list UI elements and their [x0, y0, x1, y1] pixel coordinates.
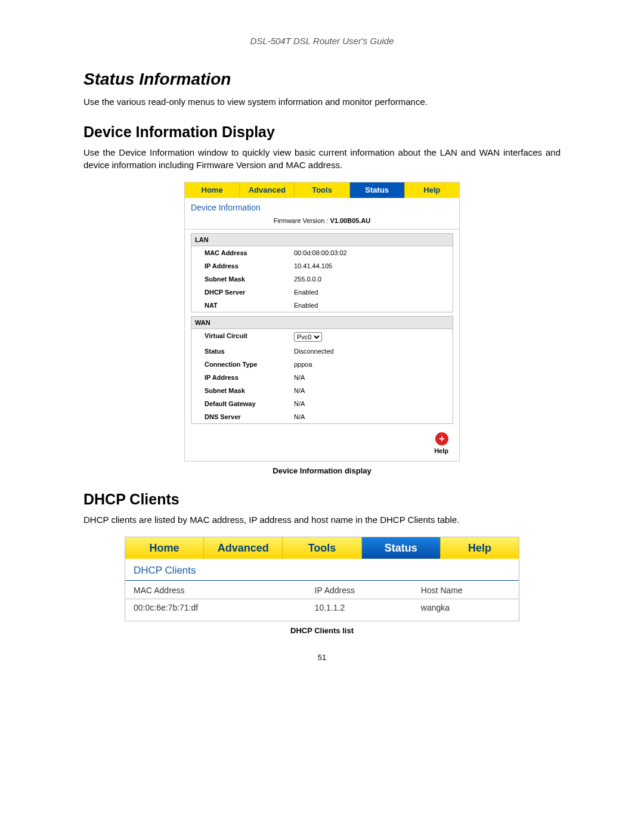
firmware-line: Firmware Version : V1.00B05.AU	[185, 215, 459, 230]
col-ip: IP Address	[306, 581, 413, 599]
dhcp-clients-panel: Home Advanced Tools Status Help DHCP Cli…	[125, 537, 519, 621]
caption-dhcp: DHCP Clients list	[83, 626, 561, 635]
wan-status-row: Status Disconnected	[191, 345, 453, 358]
wan-gw-value: N/A	[294, 400, 453, 407]
wan-status-value: Disconnected	[294, 348, 453, 355]
cell-ip: 10.1.1.2	[306, 599, 413, 621]
lan-dhcp-label: DHCP Server	[205, 289, 294, 296]
tab-home[interactable]: Home	[185, 182, 240, 198]
lan-mask-value: 255.0.0.0	[294, 275, 453, 283]
tab2-status[interactable]: Status	[362, 537, 441, 559]
wan-dns-label: DNS Server	[205, 413, 294, 420]
section-title: Status Information	[83, 70, 561, 89]
wan-vc-label: Virtual Circuit	[205, 332, 294, 342]
firmware-value: V1.00B05.AU	[330, 217, 370, 224]
cell-mac: 00:0c:6e:7b:71:df	[125, 599, 306, 621]
wan-vc-value: Pvc0	[294, 332, 453, 342]
cell-host: wangka	[413, 599, 519, 621]
wan-dns-value: N/A	[294, 413, 453, 420]
tab-advanced[interactable]: Advanced	[240, 182, 295, 198]
wan-mask-value: N/A	[294, 387, 453, 394]
tab2-advanced[interactable]: Advanced	[204, 537, 283, 559]
lan-nat-label: NAT	[205, 302, 294, 309]
lan-ip-label: IP Address	[205, 262, 294, 270]
wan-ip-value: N/A	[294, 374, 453, 381]
lan-mac-row: MAC Address 00:0d:08:00:03:02	[191, 246, 453, 259]
tab-tools[interactable]: Tools	[295, 182, 349, 198]
subsection-dhcp-clients: DHCP Clients	[83, 491, 561, 508]
wan-vc-row: Virtual Circuit Pvc0	[191, 329, 453, 345]
caption-device-info: Device Information display	[83, 466, 561, 475]
document-header: DSL-504T DSL Router User's Guide	[83, 36, 561, 46]
dhcp-panel-title: DHCP Clients	[125, 559, 519, 581]
tab-bar-2: Home Advanced Tools Status Help	[125, 537, 519, 559]
col-host: Host Name	[413, 581, 519, 599]
device-info-body: Use the Device Information window to qui…	[83, 147, 561, 171]
wan-block: WAN Virtual Circuit Pvc0 Status Disconne…	[191, 316, 453, 424]
help-area: + Help	[185, 428, 459, 461]
dhcp-clients-body: DHCP clients are listed by MAC address, …	[83, 514, 561, 526]
device-info-panel: Home Advanced Tools Status Help Device I…	[184, 182, 460, 462]
section-intro: Use the various read-only menus to view …	[83, 96, 561, 108]
wan-ip-row: IP Address N/A	[191, 371, 453, 384]
tab-status[interactable]: Status	[350, 182, 405, 198]
wan-ip-label: IP Address	[205, 374, 294, 381]
document-page: DSL-504T DSL Router User's Guide Status …	[0, 0, 644, 686]
dhcp-clients-table: MAC Address IP Address Host Name 00:0c:6…	[125, 581, 519, 621]
wan-header: WAN	[191, 317, 453, 329]
subsection-device-info: Device Information Display	[83, 123, 561, 141]
wan-status-label: Status	[205, 348, 294, 355]
lan-header: LAN	[191, 234, 453, 246]
help-icon[interactable]: +	[435, 432, 448, 445]
firmware-label: Firmware Version :	[274, 217, 329, 224]
wan-ct-label: Connection Type	[205, 361, 294, 368]
page-number: 51	[83, 653, 561, 662]
lan-dhcp-row: DHCP Server Enabled	[191, 286, 453, 299]
wan-gw-label: Default Gateway	[205, 400, 294, 407]
lan-mac-label: MAC Address	[205, 249, 294, 256]
tab2-tools[interactable]: Tools	[283, 537, 361, 559]
lan-mac-value: 00:0d:08:00:03:02	[294, 249, 453, 256]
lan-dhcp-value: Enabled	[294, 289, 453, 296]
wan-gw-row: Default Gateway N/A	[191, 397, 453, 410]
lan-ip-row: IP Address 10.41.44.105	[191, 259, 453, 272]
lan-ip-value: 10.41.44.105	[294, 262, 453, 270]
lan-nat-value: Enabled	[294, 302, 453, 309]
lan-block: LAN MAC Address 00:0d:08:00:03:02 IP Add…	[191, 233, 453, 312]
wan-mask-row: Subnet Mask N/A	[191, 384, 453, 397]
tab2-help[interactable]: Help	[441, 537, 519, 559]
lan-mask-row: Subnet Mask 255.0.0.0	[191, 272, 453, 286]
wan-ct-row: Connection Type pppoa	[191, 358, 453, 371]
lan-nat-row: NAT Enabled	[191, 299, 453, 312]
wan-dns-row: DNS Server N/A	[191, 410, 453, 423]
wan-mask-label: Subnet Mask	[205, 387, 294, 394]
tab2-home[interactable]: Home	[125, 537, 204, 559]
tab-help[interactable]: Help	[405, 182, 459, 198]
virtual-circuit-select[interactable]: Pvc0	[294, 332, 322, 342]
col-mac: MAC Address	[125, 581, 306, 599]
lan-mask-label: Subnet Mask	[205, 275, 294, 283]
table-row: 00:0c:6e:7b:71:df 10.1.1.2 wangka	[125, 599, 519, 621]
panel-title: Device Information	[185, 198, 459, 215]
wan-ct-value: pppoa	[294, 361, 453, 368]
help-label: Help	[434, 447, 448, 454]
tab-bar: Home Advanced Tools Status Help	[185, 182, 459, 198]
